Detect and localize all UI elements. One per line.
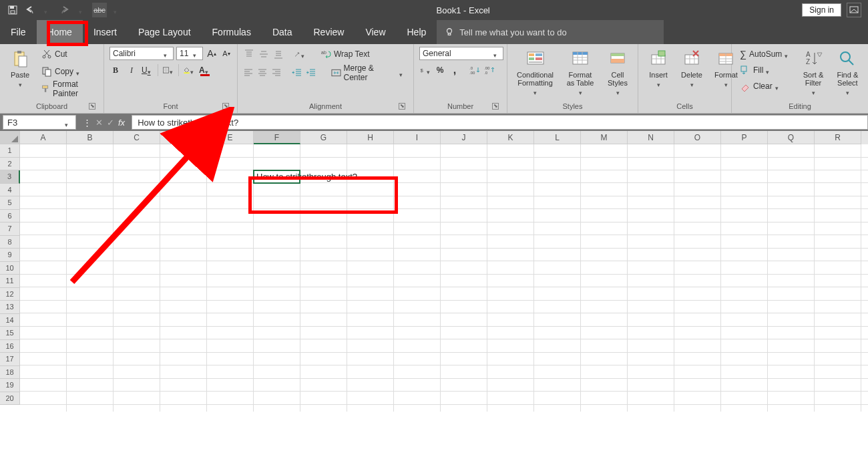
merge-center-button[interactable]: Merge & Center [329, 65, 408, 80]
strikethrough-qat-button[interactable]: abc [92, 3, 107, 17]
increase-decimal-icon[interactable]: .0.00 [469, 64, 481, 76]
save-icon[interactable] [5, 3, 20, 17]
format-as-table-button[interactable]: Format as Table [562, 47, 599, 96]
tab-view[interactable]: View [355, 20, 396, 44]
column-header-O[interactable]: O [674, 131, 721, 144]
name-box-expand-icon[interactable]: ⋮ [83, 118, 91, 128]
font-name-select[interactable]: Calibri [110, 47, 174, 60]
fill-color-button[interactable] [183, 64, 195, 76]
insert-cells-button[interactable]: Insert [644, 47, 673, 88]
column-header-E[interactable]: E [207, 131, 254, 144]
ribbon-display-options-icon[interactable] [847, 3, 861, 17]
decrease-indent-icon[interactable] [291, 67, 302, 79]
column-header-J[interactable]: J [441, 131, 487, 144]
redo-dropdown-icon[interactable] [75, 3, 89, 17]
tab-file[interactable]: File [0, 20, 37, 44]
column-header-H[interactable]: H [347, 131, 394, 144]
copy-button[interactable]: Copy [39, 64, 98, 79]
row-header-8[interactable]: 8 [0, 236, 20, 249]
paste-button[interactable]: Paste [5, 47, 35, 88]
underline-button[interactable]: U [142, 64, 154, 76]
column-header-N[interactable]: N [628, 131, 674, 144]
alignment-launcher-icon[interactable]: ⬊ [399, 103, 405, 110]
row-header-9[interactable]: 9 [0, 249, 20, 262]
decrease-font-icon[interactable]: A▾ [220, 47, 232, 59]
align-bottom-icon[interactable] [272, 48, 284, 60]
row-header-10[interactable]: 10 [0, 262, 20, 275]
clipboard-launcher-icon[interactable]: ⬊ [89, 103, 95, 110]
select-all-corner[interactable] [0, 131, 20, 144]
row-header-18[interactable]: 18 [0, 366, 20, 380]
increase-indent-icon[interactable] [305, 67, 316, 79]
row-header-4[interactable]: 4 [0, 184, 20, 197]
column-header-G[interactable]: G [300, 131, 347, 144]
row-header-17[interactable]: 17 [0, 353, 20, 366]
italic-button[interactable]: I [126, 64, 138, 76]
number-format-select[interactable]: General [419, 47, 503, 60]
orientation-button[interactable] [294, 48, 306, 60]
row-header-3[interactable]: 3 [0, 170, 20, 184]
fx-icon[interactable]: fx [118, 118, 125, 128]
sort-filter-button[interactable]: AZ Sort & Filter [798, 47, 828, 96]
conditional-formatting-button[interactable]: Conditional Formatting [513, 47, 558, 96]
align-center-icon[interactable] [257, 67, 268, 79]
tell-me-search[interactable]: Tell me what you want to do [437, 20, 664, 44]
borders-button[interactable] [162, 64, 174, 76]
tab-formulas[interactable]: Formulas [202, 20, 262, 44]
decrease-decimal-icon[interactable]: .00.0 [483, 64, 495, 76]
row-header-13[interactable]: 13 [0, 301, 20, 314]
tab-data[interactable]: Data [262, 20, 303, 44]
font-color-button[interactable]: A [199, 64, 211, 76]
align-top-icon[interactable] [243, 48, 255, 60]
row-header-6[interactable]: 6 [0, 210, 20, 223]
fill-button[interactable]: Fill [737, 63, 794, 78]
tab-home[interactable]: Home [37, 20, 83, 44]
column-header-R[interactable]: R [815, 131, 861, 144]
accounting-format-button[interactable]: $ [419, 64, 431, 76]
tab-help[interactable]: Help [397, 20, 437, 44]
delete-cells-button[interactable]: Delete [677, 47, 706, 88]
row-header-12[interactable]: 12 [0, 288, 20, 301]
row-header-20[interactable]: 20 [0, 392, 20, 406]
column-header-Q[interactable]: Q [768, 131, 815, 144]
row-header-15[interactable]: 15 [0, 327, 20, 340]
undo-icon[interactable] [23, 3, 37, 17]
column-header-B[interactable]: B [67, 131, 114, 144]
format-painter-button[interactable]: Format Painter [39, 82, 98, 96]
percent-button[interactable]: % [434, 64, 446, 76]
row-header-14[interactable]: 14 [0, 314, 20, 327]
column-header-M[interactable]: M [581, 131, 628, 144]
row-header-16[interactable]: 16 [0, 340, 20, 353]
undo-dropdown-icon[interactable] [40, 3, 55, 17]
tab-insert[interactable]: Insert [83, 20, 128, 44]
row-header-7[interactable]: 7 [0, 222, 20, 236]
paste-dropdown-icon[interactable] [17, 80, 23, 87]
align-right-icon[interactable] [271, 67, 282, 79]
row-header-5[interactable]: 5 [0, 196, 20, 210]
row-header-19[interactable]: 19 [0, 379, 20, 392]
cell-styles-button[interactable]: Cell Styles [603, 47, 632, 96]
sign-in-button[interactable]: Sign in [802, 3, 841, 17]
cell-grid[interactable]: How to strikethrough text? [20, 144, 868, 412]
name-box[interactable]: F3 [3, 115, 76, 130]
column-header-K[interactable]: K [487, 131, 534, 144]
column-header-P[interactable]: P [721, 131, 768, 144]
font-launcher-icon[interactable]: ⬊ [222, 103, 229, 110]
find-select-button[interactable]: Find & Select [833, 47, 863, 96]
redo-icon[interactable] [57, 3, 72, 17]
autosum-button[interactable]: ∑ AutoSum [737, 47, 794, 61]
column-header-C[interactable]: C [114, 131, 160, 144]
clear-button[interactable]: Clear [737, 79, 794, 94]
bold-button[interactable]: B [110, 64, 122, 76]
align-middle-icon[interactable] [258, 48, 270, 60]
customize-qat-icon[interactable] [110, 3, 124, 17]
increase-font-icon[interactable]: A▴ [206, 47, 218, 59]
tab-review[interactable]: Review [303, 20, 355, 44]
number-launcher-icon[interactable]: ⬊ [492, 103, 499, 110]
column-header-F[interactable]: F [254, 131, 300, 144]
column-header-L[interactable]: L [534, 131, 581, 144]
row-header-1[interactable]: 1 [0, 144, 20, 158]
column-header-A[interactable]: A [20, 131, 67, 144]
font-size-select[interactable]: 11 [176, 47, 203, 60]
cancel-formula-icon[interactable]: ✕ [95, 118, 103, 128]
